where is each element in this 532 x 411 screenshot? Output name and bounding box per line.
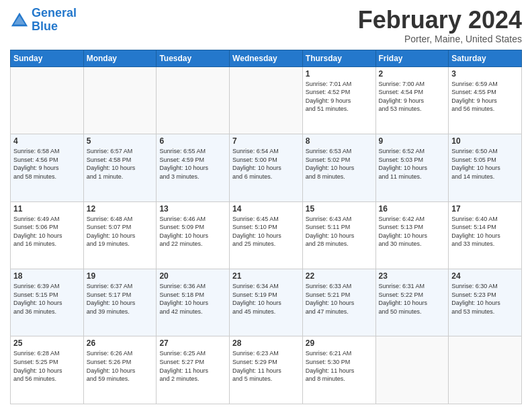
day-info: Sunrise: 6:23 AMSunset: 5:29 PMDaylight:…	[232, 349, 300, 383]
day-info: Sunrise: 6:25 AMSunset: 5:27 PMDaylight:…	[159, 349, 226, 383]
day-info: Sunrise: 6:33 AMSunset: 5:21 PMDaylight:…	[306, 282, 373, 316]
calendar-cell: 8Sunrise: 6:53 AMSunset: 5:02 PMDaylight…	[302, 134, 375, 201]
calendar-cell: 17Sunrise: 6:40 AMSunset: 5:14 PMDayligh…	[449, 201, 522, 269]
calendar-cell: 21Sunrise: 6:34 AMSunset: 5:19 PMDayligh…	[230, 269, 303, 336]
calendar-cell	[230, 66, 303, 134]
logo-text: General Blue	[32, 7, 77, 34]
day-info: Sunrise: 6:49 AMSunset: 5:06 PMDaylight:…	[13, 215, 81, 248]
day-info: Sunrise: 6:34 AMSunset: 5:19 PMDaylight:…	[232, 282, 300, 316]
calendar-cell: 20Sunrise: 6:36 AMSunset: 5:18 PMDayligh…	[157, 269, 230, 336]
calendar-week-row: 4Sunrise: 6:58 AMSunset: 4:56 PMDaylight…	[11, 134, 522, 201]
day-info: Sunrise: 6:54 AMSunset: 5:00 PMDaylight:…	[232, 147, 300, 181]
calendar-cell	[449, 336, 522, 404]
title-block: February 2024 Porter, Maine, United Stat…	[358, 7, 522, 44]
day-info: Sunrise: 6:48 AMSunset: 5:07 PMDaylight:…	[87, 215, 154, 248]
day-number: 2	[379, 69, 446, 79]
day-info: Sunrise: 6:30 AMSunset: 5:23 PMDaylight:…	[451, 282, 519, 316]
day-number: 20	[159, 271, 226, 281]
day-info: Sunrise: 6:21 AMSunset: 5:30 PMDaylight:…	[306, 349, 373, 383]
day-info: Sunrise: 6:50 AMSunset: 5:05 PMDaylight:…	[451, 147, 519, 181]
calendar-week-row: 18Sunrise: 6:39 AMSunset: 5:15 PMDayligh…	[11, 269, 522, 336]
calendar-day-header: Tuesday	[157, 50, 230, 66]
logo-line2: Blue	[32, 19, 58, 33]
calendar-header-row: SundayMondayTuesdayWednesdayThursdayFrid…	[11, 50, 522, 66]
day-info: Sunrise: 6:57 AMSunset: 4:58 PMDaylight:…	[87, 147, 154, 181]
logo: General Blue	[10, 7, 77, 34]
calendar-cell: 29Sunrise: 6:21 AMSunset: 5:30 PMDayligh…	[302, 336, 375, 404]
day-info: Sunrise: 6:28 AMSunset: 5:25 PMDaylight:…	[13, 349, 81, 383]
calendar-cell: 16Sunrise: 6:42 AMSunset: 5:13 PMDayligh…	[375, 201, 449, 269]
day-number: 17	[451, 204, 519, 214]
calendar-day-header: Thursday	[302, 50, 375, 66]
calendar-table: SundayMondayTuesdayWednesdayThursdayFrid…	[10, 50, 522, 404]
day-number: 3	[451, 69, 519, 79]
calendar-cell: 26Sunrise: 6:26 AMSunset: 5:26 PMDayligh…	[83, 336, 157, 404]
calendar-cell: 3Sunrise: 6:59 AMSunset: 4:55 PMDaylight…	[449, 66, 522, 134]
calendar-cell: 6Sunrise: 6:55 AMSunset: 4:59 PMDaylight…	[157, 134, 230, 201]
calendar-cell: 25Sunrise: 6:28 AMSunset: 5:25 PMDayligh…	[11, 336, 84, 404]
day-number: 27	[159, 338, 226, 348]
calendar-week-row: 1Sunrise: 7:01 AMSunset: 4:52 PMDaylight…	[11, 66, 522, 134]
day-number: 19	[87, 271, 154, 281]
calendar-cell: 27Sunrise: 6:25 AMSunset: 5:27 PMDayligh…	[157, 336, 230, 404]
calendar-cell: 14Sunrise: 6:45 AMSunset: 5:10 PMDayligh…	[230, 201, 303, 269]
calendar-cell: 28Sunrise: 6:23 AMSunset: 5:29 PMDayligh…	[230, 336, 303, 404]
day-info: Sunrise: 6:45 AMSunset: 5:10 PMDaylight:…	[232, 215, 300, 248]
calendar-cell: 22Sunrise: 6:33 AMSunset: 5:21 PMDayligh…	[302, 269, 375, 336]
calendar-day-header: Wednesday	[230, 50, 303, 66]
day-number: 1	[306, 69, 373, 79]
calendar-cell: 13Sunrise: 6:46 AMSunset: 5:09 PMDayligh…	[157, 201, 230, 269]
day-info: Sunrise: 7:00 AMSunset: 4:54 PMDaylight:…	[379, 80, 446, 113]
logo-icon	[10, 11, 29, 30]
calendar-cell: 19Sunrise: 6:37 AMSunset: 5:17 PMDayligh…	[83, 269, 157, 336]
day-number: 8	[306, 136, 373, 146]
day-info: Sunrise: 6:46 AMSunset: 5:09 PMDaylight:…	[159, 215, 226, 248]
day-info: Sunrise: 6:36 AMSunset: 5:18 PMDaylight:…	[159, 282, 226, 316]
calendar-cell	[11, 66, 84, 134]
calendar-cell: 10Sunrise: 6:50 AMSunset: 5:05 PMDayligh…	[449, 134, 522, 201]
calendar-day-header: Sunday	[11, 50, 84, 66]
calendar-cell: 5Sunrise: 6:57 AMSunset: 4:58 PMDaylight…	[83, 134, 157, 201]
calendar-week-row: 11Sunrise: 6:49 AMSunset: 5:06 PMDayligh…	[11, 201, 522, 269]
day-number: 12	[87, 204, 154, 214]
day-number: 21	[232, 271, 300, 281]
day-number: 18	[13, 271, 81, 281]
calendar-cell: 23Sunrise: 6:31 AMSunset: 5:22 PMDayligh…	[375, 269, 449, 336]
day-number: 14	[232, 204, 300, 214]
day-info: Sunrise: 6:43 AMSunset: 5:11 PMDaylight:…	[306, 215, 373, 248]
day-info: Sunrise: 6:53 AMSunset: 5:02 PMDaylight:…	[306, 147, 373, 181]
day-number: 6	[159, 136, 226, 146]
calendar-day-header: Monday	[83, 50, 157, 66]
month-title: February 2024	[358, 7, 522, 34]
day-info: Sunrise: 6:26 AMSunset: 5:26 PMDaylight:…	[87, 349, 154, 383]
day-number: 22	[306, 271, 373, 281]
calendar-cell	[375, 336, 449, 404]
location: Porter, Maine, United States	[358, 34, 522, 44]
day-number: 10	[451, 136, 519, 146]
day-number: 5	[87, 136, 154, 146]
day-number: 23	[379, 271, 446, 281]
header: General Blue February 2024 Porter, Maine…	[10, 7, 522, 44]
page: General Blue February 2024 Porter, Maine…	[0, 0, 532, 411]
calendar-cell: 24Sunrise: 6:30 AMSunset: 5:23 PMDayligh…	[449, 269, 522, 336]
day-number: 26	[87, 338, 154, 348]
day-info: Sunrise: 7:01 AMSunset: 4:52 PMDaylight:…	[306, 80, 373, 113]
calendar-week-row: 25Sunrise: 6:28 AMSunset: 5:25 PMDayligh…	[11, 336, 522, 404]
day-number: 24	[451, 271, 519, 281]
calendar-day-header: Saturday	[449, 50, 522, 66]
day-number: 13	[159, 204, 226, 214]
day-number: 15	[306, 204, 373, 214]
calendar-cell	[83, 66, 157, 134]
calendar-cell	[157, 66, 230, 134]
calendar-cell: 2Sunrise: 7:00 AMSunset: 4:54 PMDaylight…	[375, 66, 449, 134]
day-number: 28	[232, 338, 300, 348]
calendar-cell: 1Sunrise: 7:01 AMSunset: 4:52 PMDaylight…	[302, 66, 375, 134]
day-info: Sunrise: 6:40 AMSunset: 5:14 PMDaylight:…	[451, 215, 519, 248]
day-info: Sunrise: 6:42 AMSunset: 5:13 PMDaylight:…	[379, 215, 446, 248]
day-number: 4	[13, 136, 81, 146]
logo-line1: General	[32, 6, 77, 19]
day-number: 25	[13, 338, 81, 348]
day-info: Sunrise: 6:52 AMSunset: 5:03 PMDaylight:…	[379, 147, 446, 181]
calendar-day-header: Friday	[375, 50, 449, 66]
calendar-cell: 9Sunrise: 6:52 AMSunset: 5:03 PMDaylight…	[375, 134, 449, 201]
